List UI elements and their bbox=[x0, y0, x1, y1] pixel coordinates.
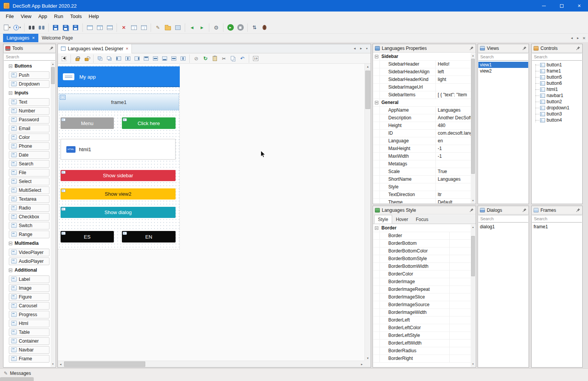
style-property-value[interactable] bbox=[450, 294, 471, 301]
grid-size-button[interactable]: 19 bbox=[251, 54, 260, 63]
frame-item[interactable]: frame1 bbox=[532, 224, 582, 230]
control-item[interactable]: navbar1 bbox=[537, 92, 582, 99]
tool-entry[interactable]: VideoPlayer bbox=[9, 248, 51, 257]
document-tab[interactable]: Welcome Page ✕ bbox=[38, 34, 76, 42]
collapse-icon[interactable] bbox=[375, 101, 378, 104]
align-bottom-button[interactable] bbox=[160, 54, 169, 63]
property-row[interactable]: MaxHeight -1 bbox=[373, 145, 471, 153]
align-right-button[interactable] bbox=[132, 54, 141, 63]
align-left-button[interactable] bbox=[114, 54, 123, 63]
property-row[interactable]: SidebarImageUrl bbox=[373, 84, 471, 91]
property-row[interactable]: Sidebar bbox=[373, 53, 471, 61]
bring-to-front-button[interactable] bbox=[95, 54, 105, 63]
pin-icon[interactable] bbox=[470, 208, 474, 212]
collapse-icon[interactable] bbox=[375, 55, 378, 58]
style-row[interactable]: BorderImage bbox=[373, 278, 471, 286]
property-row[interactable]: AppName Languages bbox=[373, 107, 471, 114]
property-row[interactable]: TextDirection ltr bbox=[373, 191, 471, 199]
tool-entry[interactable]: Dropdown bbox=[9, 79, 51, 88]
canvas-hscrollbar[interactable]: ◄ ► bbox=[58, 361, 365, 367]
tool-entry[interactable]: MultiSelect bbox=[9, 186, 51, 195]
style-row[interactable]: BorderBottomWidth bbox=[373, 263, 471, 270]
align-middle-button[interactable] bbox=[151, 54, 160, 63]
canvas-button-show-view2[interactable]: Show view2 bbox=[61, 188, 176, 200]
property-value[interactable]: light bbox=[436, 76, 471, 83]
lock-button[interactable] bbox=[73, 54, 82, 63]
options-button[interactable]: ⚙ bbox=[211, 23, 221, 33]
scroll-left-icon[interactable]: ◄ bbox=[58, 361, 63, 367]
view-item[interactable]: view1 bbox=[478, 62, 528, 68]
style-row[interactable]: BorderRadius bbox=[373, 347, 471, 355]
save-as-button[interactable] bbox=[71, 23, 80, 33]
close-designer-tab-icon[interactable]: ✕ bbox=[126, 47, 129, 51]
open-folder-button[interactable] bbox=[163, 23, 173, 33]
menu-item[interactable]: App bbox=[35, 12, 51, 21]
property-row[interactable]: Style bbox=[373, 183, 471, 191]
property-value[interactable]: left bbox=[436, 68, 471, 76]
property-row[interactable]: Scale True bbox=[373, 168, 471, 176]
align-top-button[interactable] bbox=[141, 54, 151, 63]
tool-entry[interactable]: Switch bbox=[9, 221, 51, 230]
design-canvas[interactable]: My app frame1 Menu Click here bbox=[58, 64, 365, 361]
style-row[interactable]: Border bbox=[373, 224, 471, 232]
tool-entry[interactable]: Date bbox=[9, 150, 51, 159]
scrollbar-thumb[interactable] bbox=[471, 236, 475, 276]
style-row[interactable]: BorderLeft bbox=[373, 317, 471, 324]
style-row[interactable]: BorderImageSource bbox=[373, 301, 471, 309]
tool-entry[interactable]: File bbox=[9, 168, 51, 177]
scroll-up-icon[interactable]: ▲ bbox=[471, 53, 475, 58]
property-value[interactable]: [ { "text": "Item bbox=[436, 91, 471, 99]
prev-tab-icon[interactable]: ◄ bbox=[353, 47, 356, 50]
style-property-value[interactable] bbox=[450, 247, 471, 255]
style-row[interactable]: BorderImageSlice bbox=[373, 294, 471, 301]
menu-item[interactable]: File bbox=[2, 12, 17, 21]
canvas-button-en[interactable]: EN bbox=[122, 231, 176, 242]
tool-entry[interactable]: Phone bbox=[9, 142, 51, 150]
style-property-value[interactable] bbox=[450, 347, 471, 355]
tool-entry[interactable]: Checkbox bbox=[9, 212, 51, 221]
tool-entry[interactable]: Buttons bbox=[9, 61, 51, 71]
tool-entry[interactable]: AudioPlayer bbox=[9, 257, 51, 266]
cut-button[interactable]: ✂ bbox=[219, 54, 228, 63]
control-item[interactable]: button5 bbox=[537, 74, 582, 80]
toggle-grid-button[interactable]: ⊘ bbox=[192, 54, 201, 63]
tools-scrollbar[interactable]: ▲ ▼ bbox=[51, 61, 55, 367]
control-item[interactable]: button4 bbox=[537, 117, 582, 123]
scrollbar-thumb[interactable] bbox=[64, 361, 145, 367]
pin-icon[interactable] bbox=[522, 46, 527, 50]
canvas-navbar1[interactable]: My app bbox=[58, 66, 180, 87]
tool-entry[interactable]: Carousel bbox=[9, 301, 51, 310]
export-button[interactable]: ► bbox=[197, 23, 207, 33]
property-row[interactable]: ShortName Languages bbox=[373, 176, 471, 183]
control-item[interactable]: dropdown1 bbox=[537, 105, 582, 111]
tool-entry[interactable]: Radio bbox=[9, 203, 51, 212]
align-center-button[interactable] bbox=[123, 54, 132, 63]
property-value[interactable] bbox=[436, 160, 471, 168]
property-row[interactable]: SidebarHeaderAlign left bbox=[373, 68, 471, 76]
canvas-html1[interactable]: HTML html1 bbox=[61, 139, 176, 160]
property-row[interactable]: Description Another DecSoft A bbox=[373, 114, 471, 122]
import-button[interactable]: ◄ bbox=[187, 23, 197, 33]
search-replace-button[interactable] bbox=[36, 23, 46, 33]
tool-entry[interactable]: Range bbox=[9, 230, 51, 239]
controls-search-input[interactable] bbox=[532, 53, 582, 61]
tool-entry[interactable]: Label bbox=[9, 275, 51, 284]
style-property-value[interactable] bbox=[450, 301, 471, 308]
property-value[interactable]: ltr bbox=[436, 191, 471, 198]
scroll-right-icon[interactable]: ► bbox=[359, 361, 365, 367]
tool-entry[interactable]: Multimedia bbox=[9, 239, 51, 248]
menu-item[interactable]: View bbox=[17, 12, 35, 21]
layout-single-button[interactable] bbox=[85, 23, 95, 33]
debug-button[interactable] bbox=[260, 23, 269, 33]
scroll-up-icon[interactable]: ▲ bbox=[471, 224, 475, 230]
property-row[interactable]: General bbox=[373, 99, 471, 107]
canvas-button-click-here[interactable]: Click here bbox=[122, 117, 176, 129]
style-row[interactable]: Border bbox=[373, 232, 471, 240]
style-property-value[interactable] bbox=[450, 309, 471, 316]
tool-entry[interactable]: Password bbox=[9, 115, 51, 124]
menu-item[interactable]: Help bbox=[85, 12, 102, 21]
property-row[interactable]: ID com.decsoft.langu bbox=[373, 130, 471, 137]
property-value[interactable]: Hello! bbox=[436, 61, 471, 68]
archive-button[interactable] bbox=[173, 23, 183, 33]
minimize-button[interactable] bbox=[535, 0, 553, 12]
